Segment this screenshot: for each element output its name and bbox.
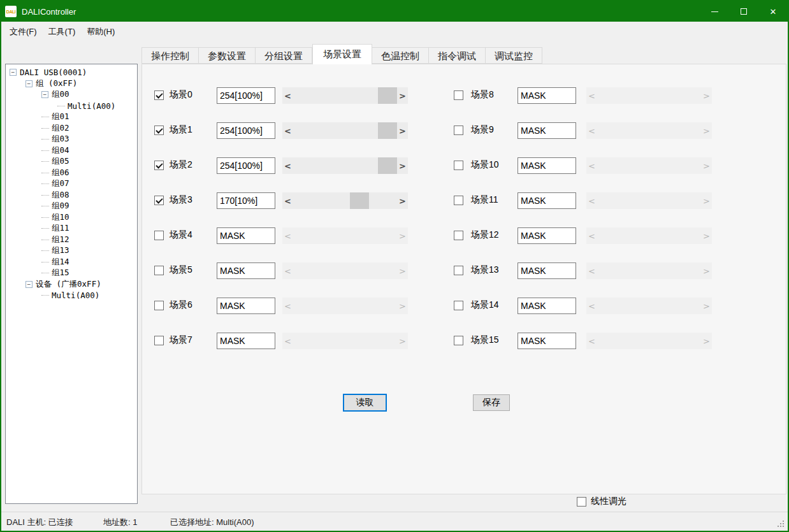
status-bar: DALI 主机: 已连接 地址数: 1 已选择地址: Multi(A00): [1, 512, 788, 531]
scene-label: 场景11: [471, 194, 498, 206]
tree-connector: [41, 217, 49, 218]
menu-file[interactable]: 文件(F): [4, 24, 43, 40]
tree-item[interactable]: 组14: [6, 257, 137, 268]
tree-item-label: Multi(A00): [68, 101, 115, 111]
scrollbar-right-arrow-icon: >: [701, 122, 712, 139]
tree-item-label: 组04: [52, 145, 69, 156]
tree-item[interactable]: Multi(A00): [6, 101, 137, 112]
minimize-button[interactable]: [700, 1, 729, 22]
scene-level-scrollbar: <>: [586, 192, 712, 209]
tree-item[interactable]: −组00: [6, 89, 137, 101]
menu-help[interactable]: 帮助(H): [81, 24, 120, 40]
tree-expander-icon[interactable]: −: [25, 281, 33, 288]
scene-value-input[interactable]: [518, 87, 576, 104]
resize-grip[interactable]: [778, 521, 785, 528]
tree-item[interactable]: 组05: [6, 156, 137, 168]
scene-value-input[interactable]: [518, 262, 576, 279]
scene-checkbox[interactable]: [454, 231, 463, 240]
tree-item[interactable]: 组10: [6, 212, 137, 224]
scrollbar-right-arrow-icon: >: [701, 333, 712, 349]
scene-value-input[interactable]: [518, 298, 576, 314]
linear-dimming-label: 线性调光: [591, 496, 626, 507]
tree-item[interactable]: 组13: [6, 245, 137, 257]
tree-connector: [41, 150, 49, 151]
scene-checkbox[interactable]: [454, 196, 463, 205]
tree-connector: [41, 250, 49, 251]
maximize-button[interactable]: [729, 1, 758, 22]
tree-connector: [41, 262, 49, 262]
tab-7[interactable]: 调试监控: [486, 47, 542, 64]
scene-level-scrollbar: <>: [586, 227, 712, 244]
read-button[interactable]: 读取: [343, 394, 387, 412]
scene-value-input[interactable]: [518, 227, 576, 244]
tree-item[interactable]: 组04: [6, 145, 137, 157]
tree-expander-icon[interactable]: −: [25, 80, 33, 87]
scene-label: 场景14: [471, 299, 499, 311]
tree-item[interactable]: 组15: [6, 268, 137, 279]
scene-checkbox[interactable]: [454, 161, 463, 170]
tree-item[interactable]: −组 (0xFF): [6, 78, 137, 90]
tree-item[interactable]: 组12: [6, 234, 137, 246]
scene-label: 场景12: [471, 229, 499, 241]
tree-item[interactable]: Multi(A00): [6, 290, 137, 301]
scene-checkbox[interactable]: [454, 266, 463, 275]
tree-connector: [41, 183, 49, 184]
maximize-icon: [741, 8, 747, 15]
tab-3[interactable]: 分组设置: [256, 47, 312, 64]
linear-dimming-option: 线性调光: [577, 496, 626, 507]
scene-level-scrollbar: <>: [586, 298, 712, 314]
tab-5[interactable]: 色温控制: [372, 47, 429, 64]
tree-item-label: 组03: [52, 134, 69, 145]
tree-item[interactable]: 组03: [6, 134, 137, 145]
tree-connector: [41, 128, 49, 129]
tree-expander-icon[interactable]: −: [41, 91, 48, 98]
scene-value-input[interactable]: [518, 192, 576, 209]
scene-settings-panel: 场景0<>场景1<>场景2<>场景3<>场景4<>场景5<>场景6<>场景7<>…: [141, 64, 786, 494]
scene-label: 场景10: [471, 159, 499, 171]
tree-item-label: 组08: [52, 190, 69, 201]
save-button[interactable]: 保存: [473, 394, 510, 411]
tree-item-label: Multi(A00): [52, 291, 99, 300]
tree-item-label: 组10: [52, 212, 69, 223]
scrollbar-left-arrow-icon: <: [586, 298, 597, 314]
tab-1[interactable]: 操作控制: [141, 47, 199, 64]
scene-value-input[interactable]: [518, 333, 576, 349]
tab-6[interactable]: 指令调试: [429, 47, 486, 64]
scene-checkbox[interactable]: [454, 90, 463, 100]
scene-label: 场景9: [471, 124, 494, 136]
close-button[interactable]: ✕: [758, 1, 788, 22]
tree-item[interactable]: 组09: [6, 201, 137, 212]
device-tree: −DALI USB(0001)−组 (0xFF)−组00Multi(A00)组0…: [5, 64, 138, 504]
tree-item[interactable]: 组06: [6, 168, 137, 179]
scene-checkbox[interactable]: [454, 336, 463, 345]
tree-item[interactable]: 组01: [6, 111, 137, 123]
scene-value-input[interactable]: [518, 157, 576, 174]
scene-checkbox[interactable]: [454, 126, 463, 135]
tree-expander-icon[interactable]: −: [10, 69, 17, 76]
tab-4[interactable]: 场景设置: [312, 44, 372, 64]
tree-connector: [41, 228, 49, 229]
scrollbar-right-arrow-icon: >: [701, 298, 712, 314]
tree-item-label: 组 (0xFF): [36, 78, 77, 89]
tree-item[interactable]: 组08: [6, 190, 137, 201]
tree-connector: [41, 139, 49, 140]
tree-connector: [41, 161, 49, 162]
tree-item[interactable]: −DALI USB(0001): [6, 67, 137, 78]
tab-2[interactable]: 参数设置: [199, 47, 256, 64]
scrollbar-left-arrow-icon: <: [586, 227, 597, 244]
tree-item[interactable]: 组07: [6, 178, 137, 190]
tree-item-label: 组09: [52, 201, 69, 212]
tree-item[interactable]: 组11: [6, 223, 137, 234]
tab-strip: 操作控制参数设置分组设置场景设置色温控制指令调试调试监控: [141, 45, 542, 64]
tree-connector: [41, 206, 49, 206]
tree-item[interactable]: −设备 (广播0xFF): [6, 279, 137, 291]
scrollbar-left-arrow-icon: <: [586, 333, 597, 349]
scene-checkbox[interactable]: [454, 301, 463, 310]
scrollbar-right-arrow-icon: >: [701, 87, 712, 104]
scene-value-input[interactable]: [518, 122, 576, 139]
linear-dimming-checkbox[interactable]: [577, 497, 586, 507]
tree-item[interactable]: 组02: [6, 123, 137, 134]
menu-tools[interactable]: 工具(T): [43, 24, 82, 40]
scene-row: 场景10<>: [142, 157, 786, 174]
scene-level-scrollbar: <>: [586, 87, 712, 104]
